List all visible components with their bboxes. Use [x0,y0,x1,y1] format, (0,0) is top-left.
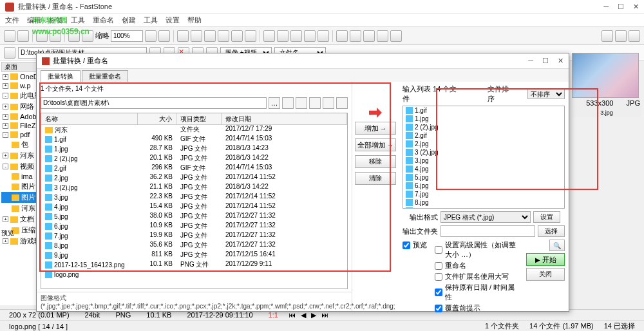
zoom-input[interactable] [111,30,143,42]
col-type[interactable]: 项目类型 [176,113,222,124]
toolbar-btn-6[interactable] [82,30,93,42]
output-row[interactable]: 3 (2).jpg [403,148,564,156]
browse-button[interactable]: … [269,97,280,109]
path-btn-3[interactable] [296,97,307,109]
toolbar-btn-l[interactable] [336,30,348,42]
toolbar-btn-d[interactable] [218,30,229,42]
chk-keepdate[interactable] [435,288,442,296]
outfolder-input[interactable] [440,225,535,237]
dialog-maximize-icon[interactable]: ☐ [542,57,549,65]
maximize-icon[interactable]: ☐ [618,3,624,11]
toolbar-btn-f[interactable] [245,30,256,42]
col-date[interactable]: 修改日期 [222,113,347,124]
toolbar-btn-k[interactable] [317,30,329,42]
menu-tools[interactable]: 工具 [71,15,85,25]
chk-overwrite[interactable] [435,305,442,312]
source-file-list[interactable]: 名称 大小 项目类型 修改日期 河东文件夹2017/12/7 17:291.gi… [41,113,348,289]
output-row[interactable]: 9.jpg [403,207,564,209]
output-file-list[interactable]: 1.gif1.jpg2 (2).jpg2.gif2.jpg3 (2).jpg3.… [402,106,565,209]
print-icon[interactable] [390,30,402,42]
toolbar-btn-a[interactable] [177,30,189,42]
output-row[interactable]: 4.jpg [403,165,564,173]
nav-next-icon[interactable]: ▶ [311,311,316,319]
toolbar-btn-h[interactable] [277,30,289,42]
dialog-minimize-icon[interactable]: ─ [528,57,533,65]
file-row[interactable]: logo.png [41,270,347,279]
toolbar-btn-5[interactable] [68,30,80,42]
toolbar-btn-n[interactable] [363,30,375,42]
toolbar-btn-4[interactable] [50,30,61,42]
file-row[interactable]: 4.jpg15.4 KBJPG 文件2017/12/14 11:52 [41,202,347,212]
file-row[interactable]: 3.jpg22.3 KBJPG 文件2017/12/14 11:52 [41,193,347,202]
output-row[interactable]: 2 (2).jpg [403,123,564,131]
nav-prev-icon[interactable]: ◀ [301,311,306,319]
chk-preview[interactable] [402,241,410,249]
toolbar-btn-2[interactable] [17,30,29,42]
output-row[interactable]: 3.jpg [403,156,564,165]
menu-rename[interactable]: 重命名 [93,15,114,25]
remove-button[interactable]: 移除 [355,155,396,168]
path-btn-2[interactable] [282,97,294,109]
output-row[interactable]: 2.jpg [403,140,564,148]
file-row[interactable]: 2 (2).jpg20.1 KBJPG 文件2018/1/3 14:22 [41,154,347,164]
col-name[interactable]: 名称 [41,113,138,124]
output-row[interactable]: 1.gif [403,106,564,115]
path-btn-4[interactable] [309,97,321,109]
tab-batch-rename[interactable]: 批量重命名 [82,70,128,82]
zoom-out-icon[interactable] [145,30,156,42]
file-row[interactable]: 2017-12-15_164123.png10.1 KBPNG 文件2017/1… [41,260,347,270]
close-button[interactable]: 关闭 [526,268,565,281]
toolbar-btn-3[interactable] [36,30,48,42]
output-row[interactable]: 7.jpg [403,190,564,198]
menu-tag[interactable]: 标签 [49,15,63,25]
menu-settings[interactable]: 设置 [166,15,180,25]
zoom-in-icon[interactable] [158,30,170,42]
sort-select[interactable]: 不排序 [527,89,565,99]
toolbar-btn-b[interactable] [191,30,202,42]
menu-file[interactable]: 文件 [5,15,19,25]
output-row[interactable]: 8.jpg [403,198,564,207]
path-btn-5[interactable] [323,97,334,109]
add-all-button[interactable]: 全部增加 → [355,138,396,151]
file-row[interactable]: 河东文件夹2017/12/7 17:29 [41,125,347,135]
add-button[interactable]: 增加 → [355,122,396,135]
tab-batch-convert[interactable]: 批量转换 [41,70,80,82]
file-row[interactable]: 5.jpg38.0 KBJPG 文件2017/12/27 11:32 [41,212,347,222]
magnify-button[interactable]: 🔍 [549,240,565,251]
file-row[interactable]: 2.jpg36.2 KBJPG 文件2017/12/14 11:52 [41,173,347,183]
menu-help[interactable]: 帮助 [187,15,202,25]
minimize-icon[interactable]: ─ [603,3,609,11]
menu-create[interactable]: 创建 [122,15,136,25]
view-list-icon[interactable] [615,30,627,42]
col-size[interactable]: 大小 [138,113,176,124]
toolbar-btn-o[interactable] [377,30,388,42]
dialog-close-icon[interactable]: ✕ [558,57,564,65]
chk-advanced[interactable] [435,246,442,254]
toolbar-btn-c[interactable] [204,30,216,42]
menu-tools2[interactable]: 工具 [144,15,158,25]
start-button[interactable]: ▶ 开始 [526,253,565,266]
file-row[interactable]: 8.jpg35.6 KBJPG 文件2017/12/27 11:32 [41,241,347,251]
chk-rename[interactable] [435,262,442,270]
chk-uppercase[interactable] [435,273,442,281]
file-row[interactable]: 7.jpg19.9 KBJPG 文件2017/12/27 11:32 [41,231,347,241]
path-btn-6[interactable] [336,97,348,109]
output-row[interactable]: 5.jpg [403,173,564,182]
nav-last-icon[interactable]: ⏭ [321,311,328,319]
file-row[interactable]: 3 (2).jpg21.1 KBJPG 文件2018/1/3 14:22 [41,183,347,193]
path-input[interactable] [41,97,267,109]
menu-edit[interactable]: 编辑 [27,15,41,25]
toolbar-btn-1[interactable] [4,30,15,42]
preview-thumbnail[interactable] [572,53,639,98]
nav-icon[interactable] [4,47,15,59]
file-row[interactable]: 2.gif296 KBGIF 文件2014/7/14 15:03 [41,164,347,173]
toolbar-btn-g[interactable] [263,30,275,42]
view-thumb-icon[interactable] [601,30,613,42]
file-row[interactable]: 1.jpg28.7 KBJPG 文件2018/1/3 14:23 [41,144,347,154]
clear-button[interactable]: 清除 [355,172,396,185]
output-row[interactable]: 1.jpg [403,115,564,123]
toolbar-btn-e[interactable] [231,30,243,42]
outfolder-browse-button[interactable]: 选择 [538,225,565,237]
toolbar-btn-i[interactable] [290,30,302,42]
output-row[interactable]: 6.jpg [403,182,564,190]
